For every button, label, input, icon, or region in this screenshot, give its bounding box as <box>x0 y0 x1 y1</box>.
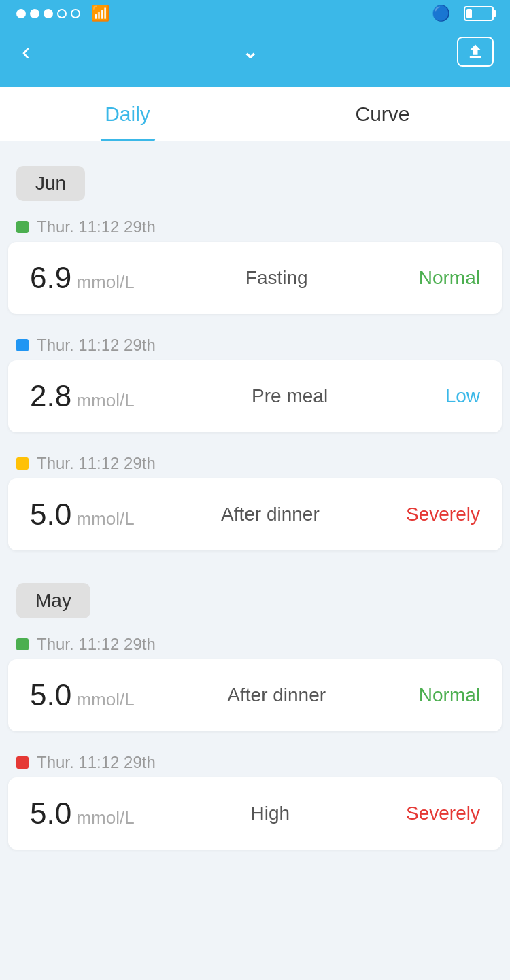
tab-daily[interactable]: Daily <box>0 87 255 141</box>
entry-card[interactable]: 5.0 mmol/LAfter dinnerSeverely <box>8 478 502 550</box>
glucose-unit: mmol/L <box>71 689 134 710</box>
tab-active-indicator <box>101 139 155 141</box>
entry-card[interactable]: 5.0 mmol/LAfter dinnerNormal <box>8 659 502 731</box>
entry-color-dot <box>16 756 29 769</box>
time-header: Thur. 11:12 29th <box>0 446 510 478</box>
meal-type: High <box>251 803 290 824</box>
glucose-reading: 5.0 mmol/L <box>30 797 135 830</box>
glucose-value: 2.8 <box>30 379 71 413</box>
nav-title: ⌄ <box>235 41 258 63</box>
month-header-jun: Jun <box>16 166 85 201</box>
title-chevron-icon[interactable]: ⌄ <box>242 41 258 63</box>
status-badge: Normal <box>419 267 480 289</box>
main-content: JunThur. 11:12 29th6.9 mmol/LFastingNorm… <box>0 141 510 877</box>
entry-color-dot <box>16 221 29 233</box>
glucose-unit: mmol/L <box>71 807 134 828</box>
signal-dot-3 <box>44 9 53 18</box>
glucose-value: 6.9 <box>30 261 71 294</box>
upload-icon <box>466 42 485 61</box>
tab-curve-label: Curve <box>355 103 409 126</box>
entry-color-dot <box>16 339 29 351</box>
glucose-reading: 2.8 mmol/L <box>30 379 135 413</box>
month-header-may: May <box>16 583 90 618</box>
glucose-unit: mmol/L <box>71 272 134 292</box>
entry-time: Thur. 11:12 29th <box>37 336 156 355</box>
time-header: Thur. 11:12 29th <box>0 328 510 360</box>
glucose-reading: 5.0 mmol/L <box>30 497 135 531</box>
status-badge: Severely <box>406 504 480 525</box>
tab-bar: Daily Curve <box>0 87 510 141</box>
glucose-unit: mmol/L <box>71 390 134 410</box>
status-right: 🔵 <box>432 5 494 22</box>
entry-time: Thur. 11:12 29th <box>37 217 156 237</box>
entry-group: Thur. 11:12 29th5.0 mmol/LAfter dinnerNo… <box>0 627 510 731</box>
glucose-reading: 5.0 mmol/L <box>30 678 135 712</box>
bluetooth-icon: 🔵 <box>432 5 450 22</box>
entry-time: Thur. 11:12 29th <box>37 635 156 654</box>
signal-dot-5 <box>71 9 80 18</box>
wifi-icon: 📶 <box>91 5 109 22</box>
glucose-value: 5.0 <box>30 678 71 712</box>
status-bar: 📶 🔵 <box>0 0 510 27</box>
entry-time: Thur. 11:12 29th <box>37 454 156 473</box>
status-badge: Normal <box>419 684 480 706</box>
entry-group: Thur. 11:12 29th6.9 mmol/LFastingNormal <box>0 209 510 314</box>
meal-type: After dinner <box>221 504 320 525</box>
status-badge: Low <box>445 385 480 407</box>
glucose-reading: 6.9 mmol/L <box>30 261 135 295</box>
nav-bar: ‹ ⌄ <box>0 27 510 87</box>
battery-icon <box>464 6 494 21</box>
tab-curve[interactable]: Curve <box>255 87 510 141</box>
signal-dot-2 <box>30 9 39 18</box>
tab-daily-label: Daily <box>105 103 150 126</box>
meal-type: Pre meal <box>252 385 328 407</box>
entry-card[interactable]: 2.8 mmol/LPre mealLow <box>8 360 502 432</box>
glucose-value: 5.0 <box>30 797 71 830</box>
status-left: 📶 <box>16 5 109 22</box>
time-header: Thur. 11:12 29th <box>0 745 510 777</box>
entry-card[interactable]: 5.0 mmol/LHighSeverely <box>8 777 502 850</box>
time-header: Thur. 11:12 29th <box>0 627 510 659</box>
meal-type: After dinner <box>227 684 326 706</box>
entry-card[interactable]: 6.9 mmol/LFastingNormal <box>8 242 502 314</box>
signal-dots <box>16 9 80 18</box>
entry-group: Thur. 11:12 29th5.0 mmol/LAfter dinnerSe… <box>0 446 510 550</box>
signal-dot-1 <box>16 9 26 18</box>
status-badge: Severely <box>406 803 480 824</box>
entry-color-dot <box>16 457 29 470</box>
time-header: Thur. 11:12 29th <box>0 209 510 242</box>
glucose-value: 5.0 <box>30 497 71 531</box>
entry-group: Thur. 11:12 29th2.8 mmol/LPre mealLow <box>0 328 510 432</box>
signal-dot-4 <box>57 9 67 18</box>
glucose-unit: mmol/L <box>71 508 134 529</box>
meal-type: Fasting <box>245 267 308 289</box>
back-button[interactable]: ‹ <box>16 32 36 72</box>
month-badge: Jun <box>16 166 85 201</box>
upload-button[interactable] <box>457 37 494 67</box>
entry-group: Thur. 11:12 29th5.0 mmol/LHighSeverely <box>0 745 510 850</box>
entry-color-dot <box>16 638 29 650</box>
month-badge: May <box>16 583 90 618</box>
entry-time: Thur. 11:12 29th <box>37 753 156 772</box>
